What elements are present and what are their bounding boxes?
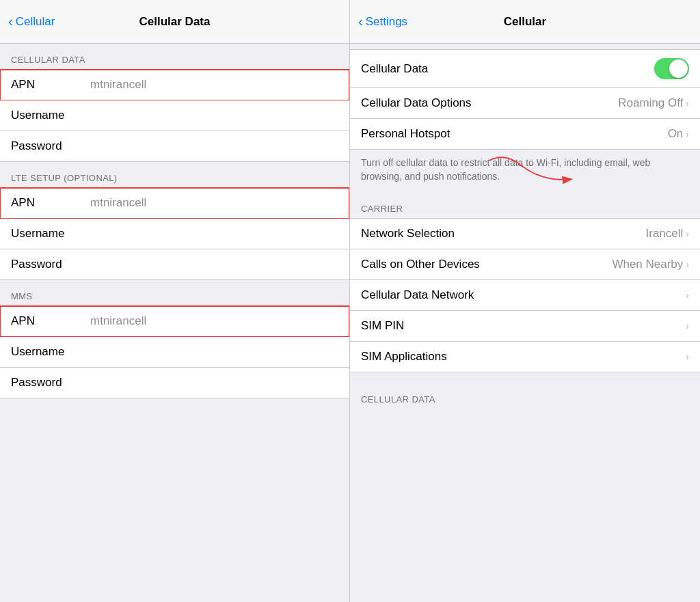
calls-other-devices-row[interactable]: Calls on Other Devices When Nearby ›: [350, 249, 700, 280]
cellular-data-apn-label: APN: [11, 78, 79, 92]
cellular-data-toggle-row[interactable]: Cellular Data: [350, 50, 700, 88]
bottom-cellular-data-header: CELLULAR DATA: [350, 383, 700, 409]
lte-group: APN mtnirancell Username Password: [0, 187, 349, 280]
cellular-data-username-label: Username: [11, 109, 79, 122]
section-header-mms: MMS: [0, 280, 349, 305]
main-settings-group: Cellular Data Cellular Data Options Roam…: [350, 49, 700, 150]
personal-hotspot-value-wrap: On ›: [668, 127, 689, 141]
sim-applications-label: SIM Applications: [361, 350, 447, 364]
mms-apn-row[interactable]: APN mtnirancell: [0, 306, 349, 337]
calls-other-devices-chevron: ›: [686, 259, 689, 270]
left-back-label: Cellular: [16, 15, 55, 29]
mms-group: APN mtnirancell Username Password: [0, 305, 349, 398]
sim-applications-row[interactable]: SIM Applications ›: [350, 342, 700, 372]
cellular-data-network-chevron: ›: [686, 290, 689, 301]
mms-password-label: Password: [11, 376, 79, 389]
lte-apn-row[interactable]: APN mtnirancell: [0, 188, 349, 219]
carrier-header: CARRIER: [350, 193, 700, 218]
left-panel: ‹ Cellular Cellular Data CELLULAR DATA A…: [0, 0, 350, 602]
left-section-0: CELLULAR DATA APN mtnirancell Username P…: [0, 44, 349, 162]
network-selection-label: Network Selection: [361, 227, 455, 241]
section-header-lte: LTE SETUP (OPTIONAL): [0, 162, 349, 187]
cellular-data-password-label: Password: [11, 139, 79, 153]
network-selection-chevron: ›: [686, 228, 689, 239]
network-selection-value: Irancell: [646, 227, 684, 241]
right-back-button[interactable]: ‹ Settings: [358, 15, 407, 29]
left-back-chevron: ‹: [8, 14, 13, 28]
personal-hotspot-value: On: [668, 127, 684, 141]
right-nav-bar: ‹ Settings Cellular: [350, 0, 700, 44]
sim-applications-value-wrap: ›: [686, 351, 689, 362]
left-back-button[interactable]: ‹ Cellular: [8, 15, 55, 29]
left-section-2: MMS APN mtnirancell Username Password: [0, 280, 349, 398]
cellular-data-options-value-wrap: Roaming Off ›: [618, 96, 689, 110]
cellular-data-network-value-wrap: ›: [686, 290, 689, 301]
cellular-data-network-row[interactable]: Cellular Data Network ›: [350, 280, 700, 311]
lte-username-label: Username: [11, 227, 79, 241]
cellular-data-apn-row[interactable]: APN mtnirancell: [0, 70, 349, 100]
cellular-info-text: Turn off cellular data to restrict all d…: [350, 150, 700, 193]
sim-pin-label: SIM PIN: [361, 319, 404, 333]
mms-apn-label: APN: [11, 314, 79, 328]
left-scroll-area: CELLULAR DATA APN mtnirancell Username P…: [0, 44, 349, 398]
right-panel: ‹ Settings Cellular Cellular Data Cellul…: [350, 0, 700, 602]
sim-pin-chevron: ›: [686, 320, 689, 331]
carrier-group: Network Selection Irancell › Calls on Ot…: [350, 218, 700, 372]
network-selection-value-wrap: Irancell ›: [646, 227, 689, 241]
top-spacer: [350, 44, 700, 49]
calls-other-devices-value-wrap: When Nearby ›: [612, 258, 689, 271]
left-nav-bar: ‹ Cellular Cellular Data: [0, 0, 349, 44]
sim-pin-value-wrap: ›: [686, 320, 689, 331]
bottom-spacer: [350, 372, 700, 383]
sim-applications-chevron: ›: [686, 351, 689, 362]
section-header-cellular-data: CELLULAR DATA: [0, 44, 349, 69]
mms-username-label: Username: [11, 345, 79, 359]
lte-apn-value: mtnirancell: [90, 196, 146, 210]
network-selection-row[interactable]: Network Selection Irancell ›: [350, 219, 700, 249]
personal-hotspot-row[interactable]: Personal Hotspot On ›: [350, 119, 700, 149]
carrier-section: CARRIER Network Selection Irancell › Cal…: [350, 193, 700, 372]
personal-hotspot-label: Personal Hotspot: [361, 127, 450, 141]
right-nav-title: Cellular: [504, 15, 546, 29]
cellular-data-username-row[interactable]: Username: [0, 100, 349, 131]
cellular-data-network-label: Cellular Data Network: [361, 288, 474, 302]
calls-other-devices-label: Calls on Other Devices: [361, 258, 480, 271]
right-back-label: Settings: [366, 15, 407, 29]
left-nav-title: Cellular Data: [139, 15, 211, 29]
calls-other-devices-value: When Nearby: [612, 258, 683, 271]
mms-apn-value: mtnirancell: [90, 314, 146, 328]
mms-username-row[interactable]: Username: [0, 337, 349, 368]
lte-username-row[interactable]: Username: [0, 219, 349, 249]
cellular-data-options-row[interactable]: Cellular Data Options Roaming Off ›: [350, 88, 700, 119]
left-section-1: LTE SETUP (OPTIONAL) APN mtnirancell Use…: [0, 162, 349, 280]
cellular-data-options-label: Cellular Data Options: [361, 96, 472, 110]
cellular-data-toggle-label: Cellular Data: [361, 62, 428, 76]
cellular-data-options-chevron: ›: [686, 98, 689, 109]
cellular-data-apn-value: mtnirancell: [90, 78, 146, 92]
lte-apn-label: APN: [11, 196, 79, 210]
cellular-data-password-row[interactable]: Password: [0, 131, 349, 161]
lte-password-label: Password: [11, 258, 79, 271]
cellular-data-options-value: Roaming Off: [618, 96, 683, 110]
right-back-chevron: ‹: [358, 14, 363, 28]
toggle-knob: [669, 59, 688, 78]
mms-password-row[interactable]: Password: [0, 368, 349, 398]
personal-hotspot-chevron: ›: [686, 128, 689, 139]
lte-password-row[interactable]: Password: [0, 249, 349, 279]
cellular-data-group: APN mtnirancell Username Password: [0, 69, 349, 162]
cellular-data-toggle[interactable]: [654, 58, 689, 79]
right-scroll-area: Cellular Data Cellular Data Options Roam…: [350, 44, 700, 409]
info-section: Turn off cellular data to restrict all d…: [350, 150, 700, 193]
sim-pin-row[interactable]: SIM PIN ›: [350, 311, 700, 342]
